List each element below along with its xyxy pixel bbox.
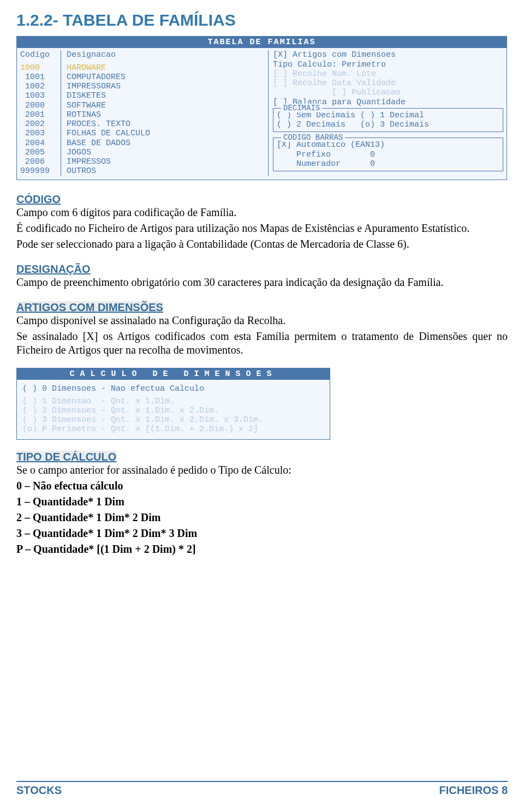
table-row-designacao[interactable]: IMPRESSOS	[67, 157, 266, 166]
opt-recolhe-lote[interactable]: [ ] Recolhe Num. Lote	[273, 69, 503, 79]
col-designacao: Designacao HARDWARECOMPUTADORESIMPRESSOR…	[61, 50, 269, 176]
table-row-codigo[interactable]: 2000	[20, 101, 58, 110]
calculo-dimensoes-terminal: CALCULO DE DIMENSOES ( ) 0 Dimensoes - N…	[16, 368, 330, 440]
tipo-calculo-3: 3 – Quantidade* 1 Dim* 2 Dim* 3 Dim	[16, 527, 508, 540]
table-row-codigo[interactable]: 2004	[20, 139, 58, 148]
artigos-dimensoes-heading: ARTIGOS COM DIMENSÕES	[16, 301, 163, 313]
designacao-heading: DESIGNAÇÃO	[16, 263, 91, 275]
table-row-designacao[interactable]: JOGOS	[67, 148, 266, 157]
footer-right: FICHEIROS 8	[439, 784, 508, 797]
calculo-option[interactable]: ( ) 1 Dimensao - Qnt. x 1.Dim.	[22, 397, 324, 406]
artigos-dimensoes-text-1: Campo disponível se assinalado na Config…	[16, 314, 508, 327]
decimais-label: DECIMAIS	[281, 104, 322, 112]
barras-numerador: Numerador 0	[277, 159, 499, 169]
calculo-terminal-title: CALCULO DE DIMENSOES	[17, 368, 330, 380]
artigos-dimensoes-text-2: Se assinalado [X] os Artigos codificados…	[16, 330, 508, 357]
table-row-codigo[interactable]: 2002	[20, 120, 58, 129]
decimais-row2[interactable]: ( ) 2 Decimais (o) 3 Decimais	[277, 120, 499, 129]
footer-left: STOCKS	[16, 784, 62, 797]
tipo-calculo-2: 2 – Quantidade* 1 Dim* 2 Dim	[16, 511, 508, 524]
page-title: 1.2.2- TABELA DE FAMÍLIAS	[16, 11, 508, 29]
codigo-text-2: É codificado no Ficheiro de Artigos para…	[16, 222, 508, 235]
table-row-designacao[interactable]: OUTROS	[67, 166, 266, 176]
tipo-calculo-0: 0 – Não efectua cálculo	[16, 479, 508, 493]
terminal-title: TABELA DE FAMILIAS	[17, 37, 507, 48]
familias-terminal: TABELA DE FAMILIAS Codigo 1000 1001 1002…	[16, 36, 507, 180]
table-row-codigo[interactable]: 999999	[20, 166, 58, 176]
table-row-codigo[interactable]: 2005	[20, 148, 58, 157]
table-row-codigo[interactable]: 2006	[20, 157, 58, 166]
barras-prefixo: Prefixo 0	[277, 150, 499, 159]
opt-publicacao[interactable]: [ ] Publicacao	[273, 88, 503, 97]
options-pane: [X] Artigos com Dimensoes Tipo Calculo: …	[269, 50, 503, 176]
tipo-calculo-1: 1 – Quantidade* 1 Dim	[16, 495, 508, 509]
decimais-box: DECIMAIS ( ) Sem Decimais ( ) 1 Decimal …	[273, 108, 503, 133]
tipo-calculo-p: P – Quantidade* [(1 Dim + 2 Dim) * 2]	[16, 542, 508, 556]
codigo-text-1: Campo com 6 dígitos para codificação de …	[16, 206, 508, 219]
table-row-designacao[interactable]: IMPRESSORAS	[67, 82, 266, 91]
table-row-codigo[interactable]: 1002	[20, 82, 58, 91]
col-desig-head: Designacao	[67, 50, 266, 59]
opt-artigos-dimensoes[interactable]: [X] Artigos com Dimensoes	[273, 50, 503, 59]
table-row-designacao[interactable]: FOLHAS DE CALCULO	[67, 129, 266, 138]
codigo-barras-box: CODIGO BARRAS [X] Automatico (EAN13) Pre…	[273, 138, 503, 171]
calculo-option[interactable]: ( ) 0 Dimensoes - Nao efectua Calculo	[22, 384, 324, 393]
table-row-designacao[interactable]: SOFTWARE	[67, 101, 266, 110]
codigo-heading: CÓDIGO	[16, 193, 61, 205]
page-footer: STOCKS FICHEIROS 8	[16, 781, 508, 797]
tipo-calculo-intro: Se o campo anterior for assinalado é ped…	[16, 463, 508, 477]
opt-recolhe-data-validade[interactable]: [ ] Recolhe Data Validade	[273, 79, 503, 88]
table-row-designacao[interactable]: HARDWARE	[67, 63, 266, 73]
designacao-text: Campo de preenchimento obrigatório com 3…	[16, 276, 508, 289]
table-row-codigo[interactable]: 2003	[20, 129, 58, 138]
opt-tipo-calculo: Tipo Calculo: Perimetro	[273, 60, 503, 69]
table-row-designacao[interactable]: DISKETES	[67, 91, 266, 100]
table-row-codigo[interactable]: 1001	[20, 73, 58, 82]
table-row-codigo[interactable]: 1000	[20, 63, 58, 73]
table-row-codigo[interactable]: 2001	[20, 110, 58, 120]
table-row-designacao[interactable]: COMPUTADORES	[67, 73, 266, 82]
tipo-calculo-heading: TIPO DE CÁLCULO	[16, 451, 116, 463]
calculo-option[interactable]: ( ) 3 Dimensoes - Qnt. x 1.Dim. x 2.Dim.…	[22, 415, 324, 425]
col-codigo: Codigo 1000 1001 1002 1003 2000 2001 200…	[20, 50, 61, 176]
codigo-barras-label: CODIGO BARRAS	[281, 133, 345, 142]
table-row-designacao[interactable]: BASE DE DADOS	[67, 139, 266, 148]
table-row-codigo[interactable]: 1003	[20, 91, 58, 100]
table-row-designacao[interactable]: PROCES. TEXTO	[67, 120, 266, 129]
table-row-designacao[interactable]: ROTINAS	[67, 110, 266, 120]
calculo-option[interactable]: (o) P Perimetro - Qnt. x [(1.Dim. + 2.Di…	[22, 425, 324, 434]
codigo-text-3: Pode ser seleccionado para a ligação à C…	[16, 237, 508, 251]
col-codigo-head: Codigo	[20, 50, 58, 59]
calculo-option[interactable]: ( ) 2 Dimensoes - Qnt. x 1.Dim. x 2.Dim.	[22, 406, 324, 415]
